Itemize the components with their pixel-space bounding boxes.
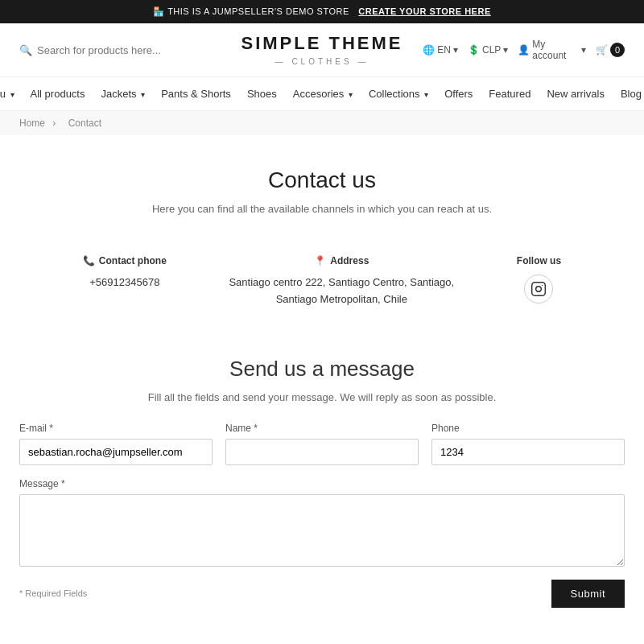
contact-hero: Contact us Here you can find all the ava… [19,135,625,239]
nav-item-accesories: Accesories ▾ [285,78,361,109]
svg-rect-0 [532,283,546,296]
page-content: Contact us Here you can find all the ava… [0,135,644,644]
svg-point-1 [536,287,542,292]
nav-item-offers: Offers [436,78,481,109]
main-nav: Mega menu ▾ All products Jackets ▾ Pants… [0,77,644,111]
nav-link-shoes[interactable]: Shoes [239,78,285,109]
breadcrumb-separator: › [52,118,56,129]
search-area[interactable]: 🔍 [19,44,221,56]
address-value: Santiago centro 222, Santiago Centro, Sa… [229,275,454,308]
cart-count: 0 [610,43,625,57]
phone-form-label: Phone [431,423,625,434]
message-subtitle: Fill all the fields and send your messag… [19,391,625,403]
nav-item-mega-menu: Mega menu ▾ [0,78,23,109]
contact-social-item: Follow us [517,255,561,308]
nav-item-featured: Featured [481,78,539,109]
nav-item-collections: Collections ▾ [361,78,436,109]
nav-link-pants[interactable]: Pants & Shorts [153,78,239,109]
nav-link-featured[interactable]: Featured [481,78,539,109]
contact-address-item: 📍 Address Santiago centro 222, Santiago … [229,255,454,308]
visit-section: Visit us [19,632,625,644]
email-field[interactable] [19,439,213,465]
social-label: Follow us [517,255,561,266]
message-label: Message * [19,478,625,489]
name-group: Name * [225,423,419,465]
language-selector[interactable]: 🌐 EN ▾ [423,44,458,56]
user-icon: 👤 [518,44,530,56]
contact-info: 📞 Contact phone +56912345678 📍 Address S… [19,239,625,341]
location-icon: 📍 [314,255,326,266]
header-actions: 🌐 EN ▾ 💲 CLP ▾ 👤 My account ▾ 🛒 0 [423,39,625,61]
banner-link[interactable]: CREATE YOUR STORE HERE [358,6,490,16]
brand-sub: — CLOTHES — [275,57,369,66]
message-section: Send us a message Fill all the fields an… [19,341,625,632]
search-icon: 🔍 [19,44,32,56]
banner-icon: 🏪 [153,6,165,16]
email-group: E-mail * [19,423,213,465]
phone-field[interactable] [431,439,625,465]
nav-link-mega-menu[interactable]: Mega menu ▾ [0,78,23,109]
message-field[interactable] [19,494,625,567]
message-title: Send us a message [19,357,625,382]
search-input[interactable] [37,44,182,56]
breadcrumb: Home › Contact [0,111,644,135]
chevron-down-icon: ▾ [349,90,353,99]
phone-value: +56912345678 [83,275,167,291]
phone-label: 📞 Contact phone [83,255,167,266]
brand-name: SIMPLE THEME [221,33,423,54]
nav-item-shoes: Shoes [239,78,285,109]
currency-arrow: ▾ [503,44,508,56]
cart-button[interactable]: 🛒 0 [596,43,625,57]
account-selector[interactable]: 👤 My account ▾ [518,39,586,61]
globe-icon: 🌐 [423,44,435,56]
address-label: 📍 Address [229,255,454,266]
nav-link-collections[interactable]: Collections ▾ [361,78,436,109]
contact-title: Contact us [19,167,625,193]
lang-arrow: ▾ [453,44,458,56]
breadcrumb-home[interactable]: Home [19,118,45,129]
message-group: Message * [19,478,625,567]
brand-logo: SIMPLE THEME — CLOTHES — [221,33,423,67]
nav-link-offers[interactable]: Offers [436,78,481,109]
instagram-icon[interactable] [524,275,553,303]
banner-text: THIS IS A JUMPSELLER'S DEMO STORE [167,6,349,16]
currency-label: CLP [482,44,501,56]
nav-link-jackets[interactable]: Jackets ▾ [93,78,153,109]
header: 🔍 SIMPLE THEME — CLOTHES — 🌐 EN ▾ 💲 CLP … [0,23,644,77]
name-label: Name * [225,423,419,434]
contact-subtitle: Here you can find all the available chan… [19,203,625,215]
nav-item-new-arrivals: New arrivals [539,78,613,109]
form-footer: * Required Fields Submit [19,580,625,608]
required-note: * Required Fields [19,588,87,598]
lang-label: EN [437,44,451,56]
nav-item-blog: Blog [613,78,644,109]
chevron-down-icon: ▾ [10,90,14,99]
submit-button[interactable]: Submit [551,580,625,608]
nav-link-blog[interactable]: Blog [613,78,644,109]
phone-icon: 📞 [83,255,95,266]
contact-phone-item: 📞 Contact phone +56912345678 [83,255,167,308]
name-field[interactable] [225,439,419,465]
top-banner: 🏪 THIS IS A JUMPSELLER'S DEMO STORE CREA… [0,0,644,23]
currency-selector[interactable]: 💲 CLP ▾ [468,44,508,56]
form-row-1: E-mail * Name * Phone [19,423,625,465]
nav-link-accesories[interactable]: Accesories ▾ [285,78,361,109]
email-label: E-mail * [19,423,213,434]
nav-item-pants: Pants & Shorts [153,78,239,109]
form-row-2: Message * [19,478,625,567]
svg-point-2 [542,285,543,286]
currency-icon: 💲 [468,44,480,56]
chevron-down-icon: ▾ [424,90,428,99]
account-arrow: ▾ [581,44,586,56]
breadcrumb-current: Contact [68,118,101,129]
chevron-down-icon: ▾ [141,90,145,99]
nav-link-new-arrivals[interactable]: New arrivals [539,78,613,109]
nav-item-jackets: Jackets ▾ [93,78,153,109]
nav-link-all-products[interactable]: All products [23,78,93,109]
nav-item-all-products: All products [23,78,93,109]
account-label: My account [532,39,579,61]
phone-group: Phone [431,423,625,465]
